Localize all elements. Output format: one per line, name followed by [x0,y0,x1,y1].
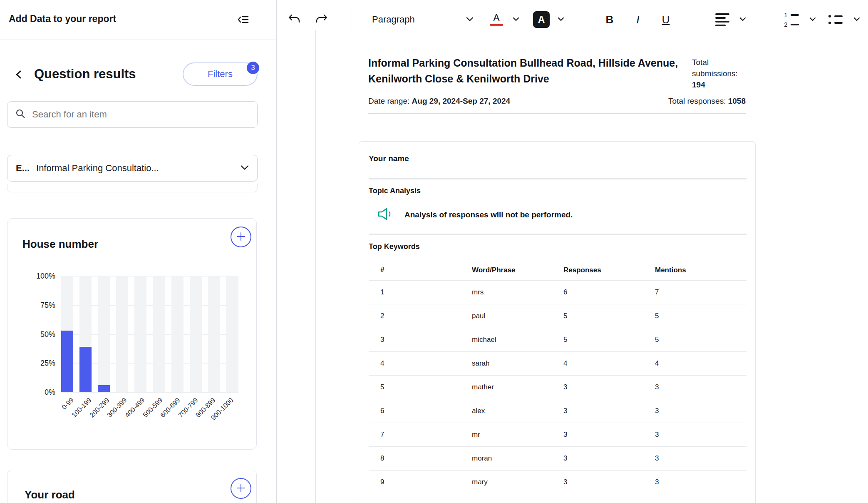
toolbar-separator [584,7,584,32]
font-color-swatch [490,24,503,26]
topic-analysis-note-row: Analysis of responses will not be perfor… [377,207,573,223]
keywords-table: #Word/PhraseResponsesMentions1mrs672paul… [369,260,746,503]
section-divider [369,178,746,179]
redo-icon [315,13,328,26]
table-cell: 6 [563,288,655,296]
font-color-letter: A [493,13,500,23]
filters-badge: 3 [247,62,259,74]
section-divider [369,234,746,235]
bold-button[interactable]: B [598,8,621,31]
total-responses: Total responses: 1058 [668,97,746,106]
filters-button[interactable]: Filters 3 [183,62,258,86]
add-data-sidebar: Add Data to your report Question results… [0,0,277,503]
table-cell: 7 [380,431,472,439]
question-card-title: House number [22,238,98,251]
italic-button[interactable]: I [627,8,649,31]
highlight-color-dropdown[interactable] [553,8,568,31]
topic-analysis-note: Analysis of responses will not be perfor… [404,210,573,219]
house-chart-plot: 100%75%50%25%0% [61,276,238,392]
table-cell: 3 [655,454,746,463]
app-window: Add Data to your report Question results… [0,0,868,503]
numbered-list-button[interactable] [780,8,803,31]
table-cell: 5 [655,336,746,344]
bar-track [79,276,92,392]
question-card-your-road: Your road [7,470,257,503]
add-to-report-button[interactable] [231,227,251,247]
total-responses-value: 1058 [728,97,746,105]
highlight-color-button[interactable]: A [530,8,553,31]
table-row: 1mrs67 [369,281,746,304]
table-header-cell: Responses [563,266,655,274]
toolbar-separator [350,7,350,32]
sidebar-header: Add Data to your report [0,0,276,40]
header-divider [368,113,746,114]
table-cell: 6 [380,407,472,415]
table-header-row: #Word/PhraseResponsesMentions [369,260,746,281]
table-cell: 3 [380,336,472,344]
align-dropdown[interactable] [735,8,750,31]
collapse-panel-icon [237,21,250,27]
table-row: 10astrid33 [369,494,746,503]
table-cell: 4 [655,359,746,368]
chevron-down-icon [853,17,860,23]
bar [79,347,92,392]
bullet-list-button[interactable] [824,8,847,31]
house-number-chart: 100%75%50%25%0% 0-99100-199200-299300-39… [61,276,238,438]
your-name-label: Your name [369,154,409,163]
total-submissions-label: Total submissions: [692,58,738,78]
survey-dropdown-prefix: E... [16,163,30,174]
undo-icon [288,13,301,26]
table-cell: 3 [563,454,655,463]
table-cell: 7 [655,288,746,296]
table-cell: michael [472,336,563,344]
font-color-icon: A [490,13,503,26]
table-cell: 3 [655,478,746,486]
table-cell: sarah [472,359,563,368]
chart-columns [61,276,238,392]
date-range-value: Aug 29, 2024-Sep 27, 2024 [412,97,511,105]
survey-dropdown-label: Informal Parking Consultatio... [36,163,234,174]
table-cell: paul [472,312,563,320]
font-color-dropdown[interactable] [508,8,523,31]
table-row: 2paul55 [369,304,746,328]
chevron-down-icon [558,17,564,23]
table-row: 8moran33 [369,447,746,471]
table-cell: 4 [563,359,655,368]
table-cell: 3 [655,407,746,415]
numbered-list-dropdown[interactable] [805,8,820,31]
back-button[interactable] [10,66,27,84]
undo-button[interactable] [283,8,305,31]
underline-button[interactable]: U [655,8,677,31]
chevron-down-icon [739,17,746,23]
add-to-report-button[interactable] [231,478,251,499]
date-range-label: Date range: [368,97,409,105]
total-responses-label: Total responses: [668,97,726,105]
table-row: 4sarah44 [369,352,746,376]
table-row: 9mary33 [369,471,746,494]
bullet-list-dropdown[interactable] [849,8,864,31]
search-input[interactable] [32,109,250,120]
table-cell: 9 [380,478,472,486]
bar-track [208,276,220,392]
filters-label: Filters [208,69,233,79]
redo-button[interactable] [310,8,333,31]
table-cell: mather [472,383,563,391]
table-cell: 4 [380,359,472,368]
survey-dropdown[interactable]: E... Informal Parking Consultatio... [7,155,258,182]
y-axis-label: 75% [40,301,55,309]
bar-track [153,276,165,392]
report-title: Informal Parking Consultation Bullhead R… [368,55,697,87]
chevron-down-icon [809,17,816,23]
paragraph-style-select[interactable]: Paragraph [366,8,479,31]
font-color-button[interactable]: A [485,8,508,31]
collapse-panel-button[interactable] [234,11,253,29]
table-cell: mary [472,478,563,486]
table-cell: 3 [563,478,655,486]
top-keywords-label: Top Keywords [369,242,420,251]
align-button[interactable] [711,8,734,31]
table-row: 5mather33 [369,376,746,399]
underline-icon: U [662,13,670,26]
table-row: 6alex33 [369,399,746,423]
report-question-card: Your name Topic Analysis Analysis of res… [359,141,756,503]
table-row: 7mr33 [369,423,746,447]
